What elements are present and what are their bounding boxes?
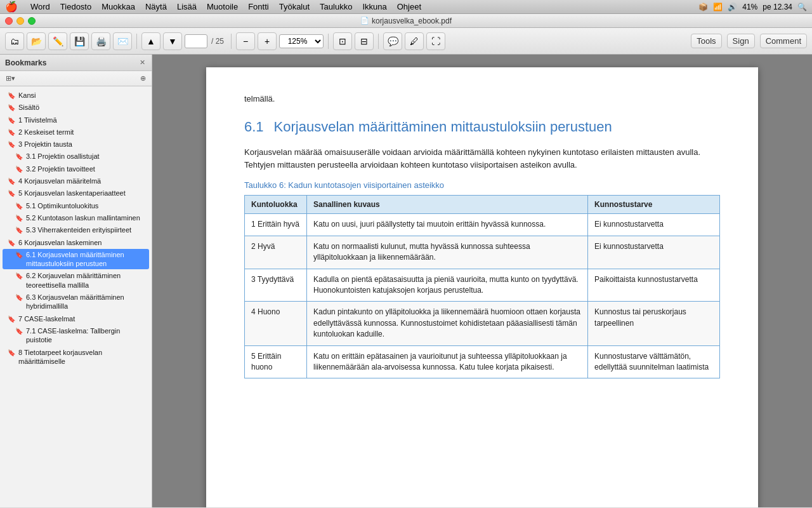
- maximize-button[interactable]: [28, 17, 36, 25]
- sidebar-options-button[interactable]: ⊕: [138, 74, 148, 83]
- filename-label: korjausvelka_ebook.pdf: [372, 17, 452, 25]
- bookmark-label: 6.3 Korjausvelan määrittäminen hybridima…: [26, 293, 144, 311]
- sidebar-item-viherrakenteiden-erityispiirteet[interactable]: 🔖5.3 Viherrakenteiden erityispiirteet: [3, 224, 149, 236]
- comment-button[interactable]: Comment: [760, 34, 807, 48]
- menu-tiedosto[interactable]: Tiedosto: [55, 1, 96, 12]
- sidebar-item-korjauvelan-maarittaminen-teoreettisella[interactable]: 🔖6.2 Korjauvelan määrittäminen teoreetti…: [3, 270, 149, 291]
- toolbar-zoom-out-button[interactable]: −: [236, 32, 255, 50]
- menu-muotoile[interactable]: Muotoile: [202, 1, 243, 12]
- sidebar-item-tietotarpeet[interactable]: 🔖8 Tietotarpeet korjausvelan määrittämis…: [3, 347, 149, 368]
- pdf-area[interactable]: telmällä. 6.1Korjausvelan määrittäminen …: [152, 55, 812, 507]
- sidebar-item-projektin-tausta[interactable]: 🔖3 Projektin tausta: [3, 138, 149, 150]
- sidebar-header: Bookmarks ✕: [0, 55, 152, 71]
- sidebar-item-keskeiset[interactable]: 🔖2 Keskeiset termit: [3, 126, 149, 138]
- table-row: 3 Tyydyttävä Kadulla on pientä epätasais…: [245, 269, 720, 302]
- wifi-icon: 📶: [713, 3, 723, 11]
- apple-menu[interactable]: 🍎: [5, 1, 18, 13]
- close-button[interactable]: [5, 17, 13, 25]
- table-row: 4 Huono Kadun pintakunto on ylläpitoluok…: [245, 302, 720, 345]
- menu-ikkuna[interactable]: Ikkuna: [357, 1, 391, 12]
- table-cell-class-3: 4 Huono: [245, 302, 307, 345]
- toolbar-edit-button[interactable]: ✏️: [48, 32, 67, 50]
- table-cell-need-4: Kunnostustarve välttämätön, edellyttää s…: [588, 345, 720, 378]
- tools-button[interactable]: Tools: [691, 34, 721, 48]
- table-cell-description-2: Kadulla on pientä epätasaisuutta ja pien…: [307, 269, 588, 302]
- sidebar: Bookmarks ✕ ⊞▾ ⊕ 🔖Kansi🔖Sisältö🔖1 Tiivis…: [0, 55, 152, 507]
- table-header-kuvaus: Sanallinen kuvaus: [307, 196, 588, 214]
- toolbar-zoom-in-button[interactable]: +: [258, 32, 277, 50]
- bookmark-label: 8 Tietotarpeet korjausvelan määrittämise…: [18, 348, 144, 366]
- bookmark-label: Sisältö: [18, 103, 144, 112]
- menu-nayta[interactable]: Näytä: [140, 1, 172, 12]
- sidebar-item-optimikuntoluokitus[interactable]: 🔖5.1 Optimikuntoluokitus: [3, 200, 149, 211]
- main-area: Bookmarks ✕ ⊞▾ ⊕ 🔖Kansi🔖Sisältö🔖1 Tiivis…: [0, 55, 812, 507]
- sidebar-item-korjausvelan-maarittaminen-hybridimallilla[interactable]: 🔖6.3 Korjausvelan määrittäminen hybridim…: [3, 291, 149, 312]
- titlebar: 📄 korjausvelka_ebook.pdf: [0, 14, 812, 28]
- minimize-button[interactable]: [16, 17, 24, 25]
- bookmark-label: 5.1 Optimikuntoluokitus: [26, 201, 144, 210]
- sidebar-item-korjausvelan-laskentaperiaatteet[interactable]: 🔖5 Korjausvelan laskentaperiaatteet: [3, 187, 149, 199]
- table-caption: Taulukko 6: Kadun kuntotasojen viisiport…: [244, 180, 720, 190]
- sidebar-toolbar: ⊞▾ ⊕: [0, 71, 152, 86]
- toolbar-page-nav: 17 / 25: [185, 34, 226, 48]
- table-cell-description-4: Katu on erittäin epätasainen ja vaurioit…: [307, 345, 588, 378]
- toolbar-comment-bubble-button[interactable]: 💬: [383, 32, 402, 50]
- sidebar-layout-button[interactable]: ⊞▾: [4, 74, 17, 83]
- table-cell-class-4: 5 Erittäin huono: [245, 345, 307, 378]
- toolbar-next-page-button[interactable]: ▼: [163, 32, 182, 50]
- toolbar-prev-page-button[interactable]: ▲: [141, 32, 160, 50]
- bookmark-icon: 🔖: [8, 140, 15, 149]
- toolbar-fullscreen-button[interactable]: ⛶: [426, 32, 445, 50]
- sidebar-item-korjausvelan-laskeminen[interactable]: 🔖6 Korjausvelan laskeminen: [3, 237, 149, 248]
- bookmark-icon: 🔖: [15, 165, 23, 173]
- toolbar-save-button[interactable]: 💾: [70, 32, 89, 50]
- menu-ohjeet[interactable]: Ohjeet: [392, 1, 426, 12]
- chapter-title: Korjausvelan määrittäminen mittaustuloks…: [274, 119, 612, 135]
- sidebar-item-projektin-tavoitteet[interactable]: 🔖3.2 Projektin tavoitteet: [3, 163, 149, 175]
- table-cell-description-1: Katu on normaalisti kulunut, mutta hyväs…: [307, 236, 588, 269]
- menu-word[interactable]: Word: [25, 1, 55, 12]
- pdf-page: telmällä. 6.1Korjausvelan määrittäminen …: [206, 67, 758, 507]
- sidebar-item-case-laskelma-tallbergin[interactable]: 🔖7.1 CASE-laskelma: Tallbergin puistotie: [3, 325, 149, 346]
- toolbar-print-button[interactable]: 🖨️: [91, 32, 110, 50]
- page-total: / 25: [209, 37, 226, 46]
- menu-taulukko[interactable]: Taulukko: [315, 1, 357, 12]
- bookmark-label: 4 Korjausvelan määritelmä: [18, 177, 144, 185]
- toolbar-new-button[interactable]: 🗂: [5, 32, 24, 50]
- sidebar-item-kansi[interactable]: 🔖Kansi: [3, 90, 149, 101]
- sidebar-item-case-laskelmat[interactable]: 🔖7 CASE-laskelmat: [3, 313, 149, 324]
- sidebar-items: 🔖Kansi🔖Sisältö🔖1 Tiivistelmä🔖2 Keskeiset…: [0, 86, 152, 507]
- menu-lisaa[interactable]: Lisää: [172, 1, 202, 12]
- body-paragraph-1: Korjausvelan määrää omaisuuserälle voida…: [244, 146, 720, 171]
- sidebar-item-kuntotason-laskun-mallintaminen[interactable]: 🔖5.2 Kuntotason laskun mallintaminen: [3, 212, 149, 224]
- menu-fontti[interactable]: Fontti: [243, 1, 274, 12]
- toolbar-separator-4: [378, 34, 379, 49]
- zoom-select[interactable]: 125% 100% 75% 150%: [279, 34, 324, 48]
- menu-muokkaa[interactable]: Muokkaa: [96, 1, 140, 12]
- toolbar-fit-page-button[interactable]: ⊡: [333, 32, 352, 50]
- table-row: 5 Erittäin huono Katu on erittäin epätas…: [245, 345, 720, 378]
- sidebar-item-korjausvelan-maarittaminen-mittaustuloksiin[interactable]: 🔖6.1 Korjausvelan määrittäminen mittaust…: [3, 249, 149, 270]
- bookmark-label: 7 CASE-laskelmat: [18, 314, 144, 323]
- bookmark-icon: 🔖: [15, 251, 23, 259]
- toolbar-markup-button[interactable]: 🖊: [405, 32, 424, 50]
- sidebar-item-tiivistelma[interactable]: 🔖1 Tiivistelmä: [3, 114, 149, 126]
- toolbar-fit-width-button[interactable]: ⊟: [355, 32, 374, 50]
- sidebar-item-projektin-osallistujat[interactable]: 🔖3.1 Projektin osallistujat: [3, 150, 149, 162]
- sidebar-item-korjausvelan-maaritelma[interactable]: 🔖4 Korjausvelan määritelmä: [3, 175, 149, 187]
- bookmark-icon: 🔖: [15, 327, 23, 335]
- sidebar-item-sisalto[interactable]: 🔖Sisältö: [3, 102, 149, 113]
- bookmark-icon: 🔖: [8, 177, 15, 185]
- toolbar-open-button[interactable]: 📂: [27, 32, 46, 50]
- bookmark-label: 6.1 Korjausvelan määrittäminen mittaustu…: [26, 250, 144, 269]
- sidebar-close-button[interactable]: ✕: [138, 58, 147, 67]
- dropbox-icon[interactable]: 📦: [698, 3, 708, 11]
- page-number-input[interactable]: 17: [185, 34, 207, 48]
- menubar: 🍎 Word Tiedosto Muokkaa Näytä Lisää Muot…: [0, 0, 812, 14]
- bookmark-label: 7.1 CASE-laskelma: Tallbergin puistotie: [26, 326, 144, 345]
- toolbar-email-button[interactable]: ✉️: [113, 32, 132, 50]
- search-icon[interactable]: 🔍: [797, 3, 807, 11]
- volume-icon[interactable]: 🔊: [728, 3, 737, 11]
- sign-button[interactable]: Sign: [727, 34, 755, 48]
- menu-tyokalut[interactable]: Työkalut: [274, 1, 315, 12]
